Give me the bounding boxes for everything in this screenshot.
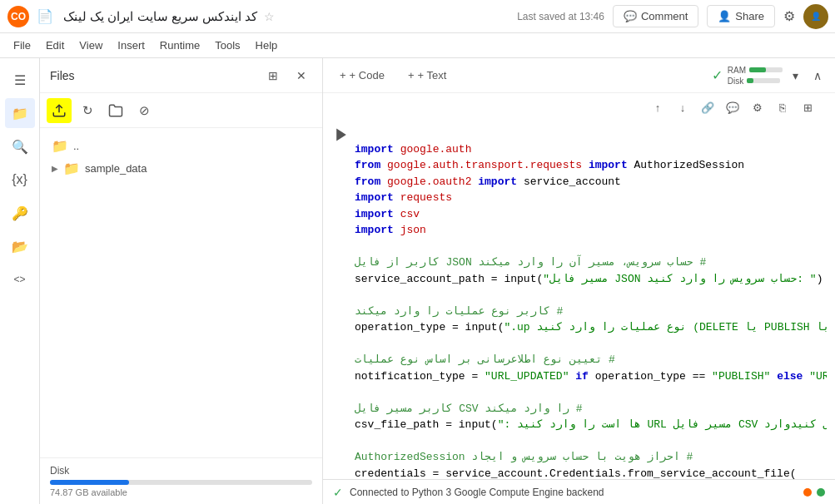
- files-sidebar: Files ⊞ ✕ ↻ ⊘ 📁: [40, 58, 323, 504]
- comment-button[interactable]: 💬 Comment: [613, 5, 698, 27]
- run-check-icon: ✓: [712, 67, 723, 83]
- move-down-button[interactable]: ↓: [672, 96, 693, 118]
- top-bar: CO 📄 کد ایندکس سریع سایت ایران یک لینک ☆…: [0, 0, 835, 33]
- star-icon[interactable]: ☆: [264, 10, 275, 23]
- ram-row: RAM: [728, 66, 783, 75]
- new-folder-btn[interactable]: [103, 98, 128, 123]
- top-right-actions: Last saved at 13:46 💬 Comment 👤 Share ⚙ …: [517, 4, 828, 29]
- menu-help[interactable]: Help: [249, 37, 285, 54]
- status-dot-orange: [803, 488, 812, 497]
- folder-icon: 📁: [52, 138, 68, 154]
- disk-label: Disk: [50, 465, 312, 477]
- collapse-toolbar-icon[interactable]: ∧: [808, 67, 827, 85]
- dropdown-arrow[interactable]: ▾: [788, 67, 803, 85]
- last-saved: Last saved at 13:46: [517, 11, 604, 22]
- list-item[interactable]: 📁 ..: [47, 135, 316, 157]
- cell-toolbar-right: ✓ RAM Disk ▾ ∧: [712, 66, 827, 86]
- cell-toolbar: + + Code + + Text ✓ RAM Disk: [323, 58, 835, 93]
- add-code-button[interactable]: + + Code: [331, 66, 393, 85]
- status-message: Connected to Python 3 Google Compute Eng…: [350, 487, 604, 498]
- disk-size: 74.87 GB available: [50, 487, 312, 497]
- disk-bar2: [747, 78, 753, 83]
- rail-variables-icon[interactable]: {x}: [5, 165, 35, 195]
- rail-files2-icon[interactable]: 📂: [5, 231, 35, 261]
- move-up-button[interactable]: ↑: [647, 96, 668, 118]
- menu-runtime[interactable]: Runtime: [153, 37, 206, 54]
- rail-search-icon[interactable]: 🔍: [5, 131, 35, 161]
- disk-label2: Disk: [728, 77, 743, 86]
- settings-cell-button[interactable]: ⚙: [747, 96, 768, 118]
- drive-icon: 📄: [37, 8, 53, 24]
- app-logo: CO: [7, 5, 30, 28]
- ram-label: RAM: [728, 66, 746, 75]
- sidebar-title: Files: [50, 69, 256, 82]
- disk-bar: [50, 480, 312, 485]
- rail-code-icon[interactable]: <>: [5, 264, 35, 294]
- main-layout: ☰ 📁 🔍 {x} 🔑 📂 <> Files ⊞ ✕ ↻: [0, 58, 835, 504]
- status-check-icon: ✓: [333, 486, 343, 499]
- sidebar-close-icon[interactable]: ✕: [291, 65, 312, 86]
- person-icon: 👤: [718, 10, 731, 22]
- sidebar-toolbar: ↻ ⊘: [40, 93, 322, 128]
- folder-icon: 📁: [63, 161, 80, 176]
- doc-title: کد ایندکس سریع سایت ایران یک لینک: [63, 9, 257, 24]
- plus-text-icon: +: [408, 69, 415, 82]
- disk-bar-fill: [50, 480, 129, 485]
- menu-edit[interactable]: Edit: [39, 37, 71, 54]
- expand-cell-button[interactable]: ⊞: [797, 96, 818, 118]
- icon-rail: ☰ 📁 🔍 {x} 🔑 📂 <>: [0, 58, 40, 504]
- menu-view[interactable]: View: [72, 37, 109, 54]
- hide-files-btn[interactable]: ⊘: [132, 98, 157, 123]
- logo-circle: CO: [7, 6, 29, 27]
- settings-icon[interactable]: ⚙: [783, 8, 795, 24]
- ram-bar: [749, 67, 766, 72]
- comment-cell-button[interactable]: 💬: [722, 96, 743, 118]
- disk-row: Disk: [728, 77, 783, 86]
- menu-tools[interactable]: Tools: [208, 37, 246, 54]
- list-item[interactable]: ▶ 📁 sample_data: [47, 157, 316, 180]
- sidebar-content: 📁 .. ▶ 📁 sample_data: [40, 128, 322, 457]
- code-content: import google.auth from google.auth.tran…: [355, 125, 827, 479]
- comment-icon: 💬: [624, 10, 637, 22]
- rail-secrets-icon[interactable]: 🔑: [5, 198, 35, 228]
- share-button[interactable]: 👤 Share: [707, 5, 775, 27]
- code-line: import google.auth from google.auth.tran…: [323, 125, 835, 479]
- menu-file[interactable]: File: [7, 37, 37, 54]
- run-cell-button[interactable]: [331, 125, 351, 145]
- status-bar: ✓ Connected to Python 3 Google Compute E…: [323, 479, 835, 504]
- code-cell[interactable]: import google.auth from google.auth.tran…: [323, 118, 835, 479]
- menu-bar: File Edit View Insert Runtime Tools Help: [0, 33, 835, 58]
- avatar: 👤: [803, 4, 828, 29]
- link-cell-button[interactable]: 🔗: [697, 96, 718, 118]
- upload-file-btn[interactable]: [47, 98, 72, 123]
- sidebar-header: Files ⊞ ✕: [40, 58, 322, 93]
- cell-action-bar: ↑ ↓ 🔗 💬 ⚙ ⎘ ⊞: [323, 93, 835, 118]
- refresh-btn[interactable]: ↻: [75, 98, 100, 123]
- rail-menu-icon[interactable]: ☰: [5, 65, 35, 95]
- copy-cell-button[interactable]: ⎘: [772, 96, 793, 118]
- expand-arrow-icon[interactable]: ▶: [52, 164, 58, 173]
- disk-info: Disk 74.87 GB available: [40, 457, 322, 504]
- plus-code-icon: +: [340, 69, 346, 82]
- sidebar-expand-icon[interactable]: ⊞: [262, 65, 284, 86]
- rail-files-icon[interactable]: 📁: [5, 98, 35, 128]
- code-area: + + Code + + Text ✓ RAM Disk: [323, 58, 835, 504]
- status-dot-green: [817, 488, 825, 497]
- ram-disk-indicator: RAM Disk: [728, 66, 783, 86]
- menu-insert[interactable]: Insert: [111, 37, 152, 54]
- add-text-button[interactable]: + + Text: [400, 66, 455, 85]
- svg-marker-1: [336, 129, 346, 141]
